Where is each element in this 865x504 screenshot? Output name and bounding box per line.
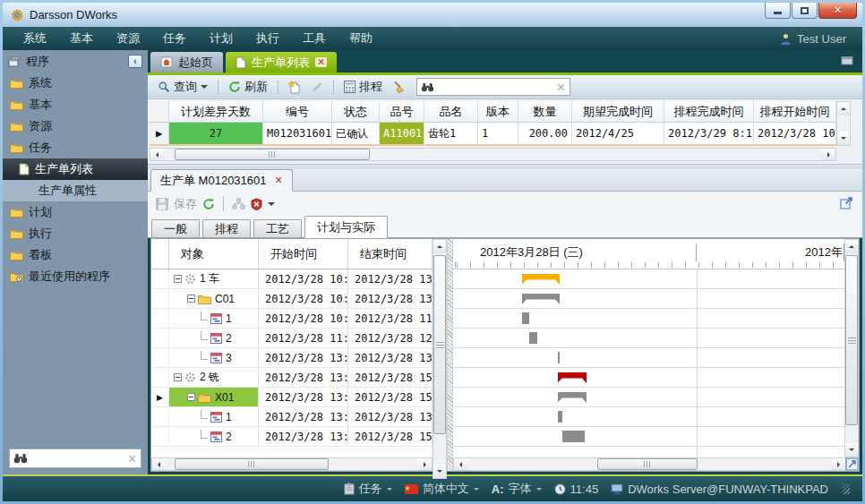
tree-horizontal-scrollbar[interactable] (151, 457, 432, 471)
new-document-icon[interactable] (286, 79, 304, 96)
tree-row[interactable]: 22012/3/28 11:222012/3/28 12:00 (151, 329, 432, 348)
scroll-track[interactable] (845, 253, 858, 443)
scroll-track[interactable] (164, 149, 822, 160)
gantt-bar-task[interactable] (529, 332, 538, 344)
close-tab-icon[interactable]: ✕ (315, 57, 327, 67)
menu-item[interactable]: 帮助 (338, 30, 384, 47)
grid-column-header[interactable]: 计划差异天数 (169, 101, 263, 123)
tree-object-cell[interactable]: 1 (169, 309, 259, 329)
sidebar-item-资源[interactable]: 资源 (3, 115, 148, 137)
grid-column-header[interactable]: 品号 (380, 101, 424, 123)
tree-row[interactable]: ▶X012012/3/28 13:302012/3/28 15:40 (151, 388, 432, 407)
tree-object-cell[interactable]: X01 (169, 388, 259, 407)
cancel-shield-icon[interactable] (251, 198, 262, 210)
resize-grip[interactable] (843, 483, 850, 494)
query-dropdown-icon[interactable] (201, 85, 208, 92)
sidebar-item-生产单属性[interactable]: 生产单属性 (3, 180, 148, 201)
scroll-track[interactable] (166, 458, 418, 470)
tree-object-cell[interactable]: 1 车 (169, 269, 259, 289)
grid-column-header[interactable]: 排程完成时间 (664, 101, 754, 123)
tree-row[interactable]: 2 铣2012/3/28 13:302012/3/28 15:40 (151, 368, 432, 388)
gantt-bar-task[interactable] (558, 411, 562, 423)
menu-item[interactable]: 工具 (291, 30, 338, 47)
scroll-thumb[interactable] (845, 255, 858, 425)
tree-row[interactable]: 22012/3/28 13:502012/3/28 15:30 (151, 427, 432, 447)
tree-row[interactable]: 12012/3/28 10:522012/3/28 11:22 (151, 309, 432, 329)
menu-item[interactable]: 基本 (58, 30, 105, 47)
grid-column-header[interactable]: 编号 (263, 101, 332, 123)
subtab-工艺[interactable]: 工艺 (253, 219, 302, 237)
scroll-left-button[interactable] (454, 458, 467, 470)
status-font-menu[interactable]: A: 字体 (492, 481, 542, 497)
gantt-bar-task[interactable] (558, 352, 561, 363)
shield-dropdown-icon[interactable] (268, 202, 275, 209)
tree-vertical-scrollbar[interactable] (432, 239, 447, 479)
scroll-down-button[interactable] (837, 132, 850, 145)
table-row[interactable]: ▶27M012031601已确认A11001齿轮11200.002012/4/2… (150, 123, 836, 146)
grid-column-header[interactable]: 品名 (424, 101, 478, 123)
menu-item[interactable]: 资源 (105, 30, 151, 47)
hierarchy-icon[interactable] (232, 198, 245, 209)
clear-search-icon[interactable]: ✕ (127, 452, 137, 466)
scroll-track[interactable] (467, 458, 832, 470)
clear-list-search-icon[interactable]: ✕ (556, 81, 566, 94)
tree-object-cell[interactable]: 2 (169, 329, 259, 348)
sidebar-item-看板[interactable]: 看板 (3, 244, 148, 266)
tree-object-cell[interactable]: 2 铣 (169, 368, 259, 388)
broom-icon[interactable] (390, 79, 408, 95)
tree-row[interactable]: C012012/3/28 10:522012/3/28 13:40 (151, 289, 432, 309)
minimize-button[interactable] (765, 3, 791, 19)
scroll-thumb[interactable] (597, 458, 698, 470)
subtab-一般[interactable]: 一般 (151, 219, 200, 237)
scroll-left-button[interactable] (150, 149, 164, 160)
tree-row[interactable]: 1 车2012/3/28 10:522012/3/28 13:40 (151, 269, 432, 289)
refresh-detail-icon[interactable] (202, 198, 215, 210)
tab-list-icon[interactable] (841, 55, 853, 65)
user-indicator[interactable]: Test User (780, 32, 853, 46)
gantt-bar-task[interactable] (522, 312, 529, 324)
expander-icon[interactable] (174, 373, 182, 381)
sidebar-item-任务[interactable]: 任务 (3, 137, 148, 158)
sidebar-item-系统[interactable]: 系统 (3, 73, 148, 94)
split-handle[interactable] (447, 239, 453, 471)
schedule-button[interactable]: 排程 (341, 77, 385, 97)
sidebar-item-执行[interactable]: 执行 (3, 223, 148, 244)
grid-column-header[interactable]: 期望完成时间 (572, 101, 664, 123)
scroll-right-button[interactable] (832, 458, 845, 470)
subtab-计划与实际[interactable]: 计划与实际 (304, 216, 388, 238)
tree-object-cell[interactable]: 2 (169, 427, 259, 447)
tree-column-header[interactable]: 结束时间 (348, 239, 432, 269)
collapse-sidebar-button[interactable]: ‹ (128, 55, 142, 68)
tab-production-order-list[interactable]: 生产单列表 ✕ (226, 52, 337, 73)
scroll-right-button[interactable] (822, 149, 835, 160)
menu-item[interactable]: 任务 (151, 30, 198, 47)
tab-start-page[interactable]: 起始页 (150, 52, 223, 73)
list-search-input[interactable] (438, 80, 552, 94)
grid-column-header[interactable]: 数量 (518, 101, 572, 123)
expander-icon[interactable] (174, 275, 182, 283)
gantt-bar-summary[interactable] (558, 392, 587, 403)
expander-icon[interactable] (187, 393, 195, 401)
query-button[interactable]: 查询 (155, 77, 210, 97)
scroll-right-button[interactable] (418, 458, 432, 470)
grid-column-header[interactable]: 版本 (478, 101, 518, 123)
edit-icon[interactable] (308, 79, 326, 95)
scroll-up-button[interactable] (433, 240, 446, 253)
scroll-up-button[interactable] (845, 240, 858, 253)
tree-row[interactable]: 12012/3/28 13:302012/3/28 13:50 (151, 407, 432, 427)
status-task-menu[interactable]: 任务 (344, 481, 392, 497)
menu-item[interactable]: 执行 (244, 30, 291, 47)
scroll-left-button[interactable] (152, 458, 166, 470)
grid-vertical-scrollbar[interactable] (836, 101, 851, 146)
tree-object-cell[interactable]: 1 (169, 407, 259, 427)
gantt-vertical-scrollbar[interactable] (844, 239, 859, 457)
refresh-button[interactable]: 刷新 (226, 77, 270, 97)
tree-object-cell[interactable]: 3 (169, 348, 259, 368)
close-button[interactable]: ✕ (818, 3, 857, 19)
subtab-排程[interactable]: 排程 (202, 219, 251, 237)
gantt-horizontal-scrollbar[interactable] (453, 457, 846, 471)
menu-item[interactable]: 计划 (198, 30, 244, 47)
scroll-track[interactable] (433, 253, 446, 465)
gantt-bar-summary[interactable] (558, 372, 587, 383)
sidebar-item-计划[interactable]: 计划 (3, 201, 148, 223)
